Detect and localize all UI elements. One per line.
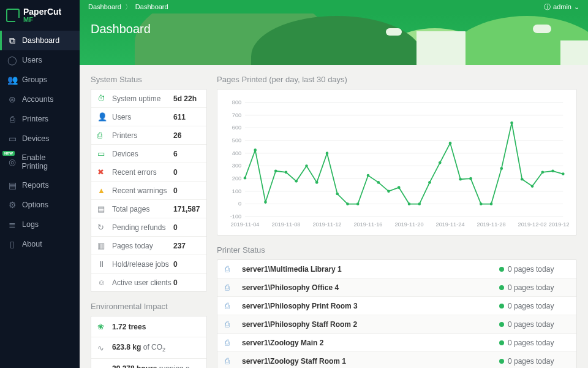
svg-point-46 xyxy=(418,202,421,205)
status-row: ☺Active user clients0 xyxy=(91,274,206,291)
right-column: Pages Printed (per day, last 30 days) -1… xyxy=(217,75,577,368)
status-row: ▭Devices6 xyxy=(91,145,206,163)
status-icon: ☺ xyxy=(97,278,107,287)
brand-name: PaperCut xyxy=(23,7,61,16)
svg-text:700: 700 xyxy=(232,112,241,118)
about-icon: ▯ xyxy=(7,239,17,249)
status-value: 6 xyxy=(173,150,200,158)
svg-text:200: 200 xyxy=(232,175,241,182)
svg-text:100: 100 xyxy=(232,188,241,194)
status-icon: ▥ xyxy=(97,241,107,250)
status-value: 237 xyxy=(173,242,200,250)
nav-item-reports[interactable]: ▤Reports xyxy=(0,175,80,195)
reports-icon: ▤ xyxy=(7,180,17,190)
svg-text:2019-11-04: 2019-11-04 xyxy=(230,221,259,228)
breadcrumb-root[interactable]: Dashboard xyxy=(88,3,121,10)
status-row: ↻Pending refunds0 xyxy=(91,218,206,237)
svg-text:-100: -100 xyxy=(230,213,241,220)
status-label: Devices xyxy=(112,150,173,158)
breadcrumb-current: Dashboard xyxy=(135,3,168,10)
svg-text:0: 0 xyxy=(238,201,241,207)
nav-label: Devices xyxy=(22,134,49,143)
logs-icon: ≣ xyxy=(7,220,17,229)
svg-text:2019-12-06: 2019-12-06 xyxy=(549,221,569,228)
printer-icon: ⎙ xyxy=(225,264,236,274)
svg-text:500: 500 xyxy=(232,137,241,144)
nav-item-dashboard[interactable]: ⧉Dashboard xyxy=(0,31,80,50)
system-status-card: ⏱System uptime5d 22h👤Users611⎙Printers26… xyxy=(91,89,207,292)
svg-point-35 xyxy=(305,164,308,167)
printer-icon: ⎙ xyxy=(225,338,236,347)
svg-point-40 xyxy=(356,202,360,205)
system-status-title: System Status xyxy=(91,75,207,84)
content: System Status ⏱System uptime5d 22h👤Users… xyxy=(80,65,588,368)
status-list: ⏱System uptime5d 22h👤Users611⎙Printers26… xyxy=(91,90,206,291)
pages-chart: -10001002003004005006007008002019-11-042… xyxy=(225,96,569,231)
printer-icon: ⎙ xyxy=(225,283,236,292)
printer-status: 0 pages today xyxy=(508,302,569,310)
status-value: 5d 22h xyxy=(173,94,200,103)
nav-item-options[interactable]: ⚙Options xyxy=(0,195,80,215)
printer-row[interactable]: ⎙server1\Philosophy Staff Room 20 pages … xyxy=(217,315,576,334)
status-row: ✖Recent errors0 xyxy=(91,163,206,182)
svg-point-51 xyxy=(469,177,472,180)
svg-text:2019-11-12: 2019-11-12 xyxy=(312,221,341,228)
status-row: ▥Pages today237 xyxy=(91,237,206,255)
svg-point-30 xyxy=(254,148,257,151)
svg-point-34 xyxy=(295,180,298,183)
env-list: ❀ 1.72 trees ∿ 623.8 kg of CO2 ⚡ 39,278 … xyxy=(91,316,206,368)
env-co2-value: 623.8 kg xyxy=(112,343,141,351)
svg-point-45 xyxy=(408,202,411,205)
status-icon: ↻ xyxy=(97,223,107,232)
printer-row[interactable]: ⎙server1\Multimedia Library 10 pages tod… xyxy=(217,260,576,278)
status-value: 0 xyxy=(173,223,200,232)
chart-card: -10001002003004005006007008002019-11-042… xyxy=(217,89,577,236)
svg-text:400: 400 xyxy=(232,150,241,156)
nav-item-about[interactable]: ▯About xyxy=(0,234,80,254)
status-dot-icon xyxy=(499,359,504,364)
printer-status: 0 pages today xyxy=(508,320,569,329)
help-icon: ⓘ xyxy=(544,2,551,12)
printer-name: server1\Zoology Staff Room 1 xyxy=(242,357,499,366)
printer-row[interactable]: ⎙server1\Zoology Staff Room 10 pages tod… xyxy=(217,352,576,368)
status-row: ⎙Printers26 xyxy=(91,126,206,145)
printer-icon: ⎙ xyxy=(225,356,236,366)
printer-row[interactable]: ⎙server1\Philosophy Print Room 30 pages … xyxy=(217,297,576,315)
brand-logo: PaperCut MF xyxy=(0,0,80,31)
status-label: Pending refunds xyxy=(112,223,173,232)
brand-sub: MF xyxy=(23,16,61,23)
svg-text:600: 600 xyxy=(232,125,241,131)
svg-point-50 xyxy=(459,178,462,181)
status-icon: ✖ xyxy=(97,167,107,177)
nav-item-enable-printing[interactable]: ◎Enable PrintingNEW xyxy=(0,148,80,175)
status-label: Users xyxy=(112,113,173,121)
status-value: 611 xyxy=(173,113,200,121)
status-icon: ▲ xyxy=(97,186,107,195)
env-bulb-value: 39,278 hours xyxy=(112,364,157,368)
nav-label: Printers xyxy=(22,115,48,123)
nav-item-devices[interactable]: ▭Devices xyxy=(0,129,80,148)
user-menu[interactable]: ⓘ admin ⌄ xyxy=(544,2,579,12)
printer-status: 0 pages today xyxy=(508,357,569,366)
nav-list: ⧉Dashboard◯Users👥Groups⊛Accounts⎙Printer… xyxy=(0,31,80,254)
env-trees-value: 1.72 trees xyxy=(112,323,146,331)
printer-row[interactable]: ⎙server1\Philosophy Office 40 pages toda… xyxy=(217,278,576,297)
status-value: 0 xyxy=(173,168,200,177)
user-name: admin xyxy=(553,3,571,10)
nav-item-accounts[interactable]: ⊛Accounts xyxy=(0,90,80,109)
status-row: ⏱System uptime5d 22h xyxy=(91,90,206,108)
nav-item-groups[interactable]: 👥Groups xyxy=(0,70,80,90)
printer-status-card: ⎙server1\Multimedia Library 10 pages tod… xyxy=(217,259,577,368)
enable-printing-icon: ◎ xyxy=(7,157,17,167)
nav-item-logs[interactable]: ≣Logs xyxy=(0,215,80,234)
status-row: ▲Recent warnings0 xyxy=(91,182,206,200)
nav-item-users[interactable]: ◯Users xyxy=(0,50,80,70)
printer-row[interactable]: ⎙server1\Zoology Main 20 pages today xyxy=(217,334,576,352)
nav-item-printers[interactable]: ⎙Printers xyxy=(0,109,80,129)
status-label: Recent warnings xyxy=(112,186,173,195)
printer-list: ⎙server1\Multimedia Library 10 pages tod… xyxy=(217,260,576,368)
svg-text:2019-12-02: 2019-12-02 xyxy=(518,221,547,228)
svg-text:2019-11-20: 2019-11-20 xyxy=(395,221,424,228)
status-icon: ⏸ xyxy=(97,259,107,269)
sidebar: PaperCut MF ⧉Dashboard◯Users👥Groups⊛Acco… xyxy=(0,0,80,368)
